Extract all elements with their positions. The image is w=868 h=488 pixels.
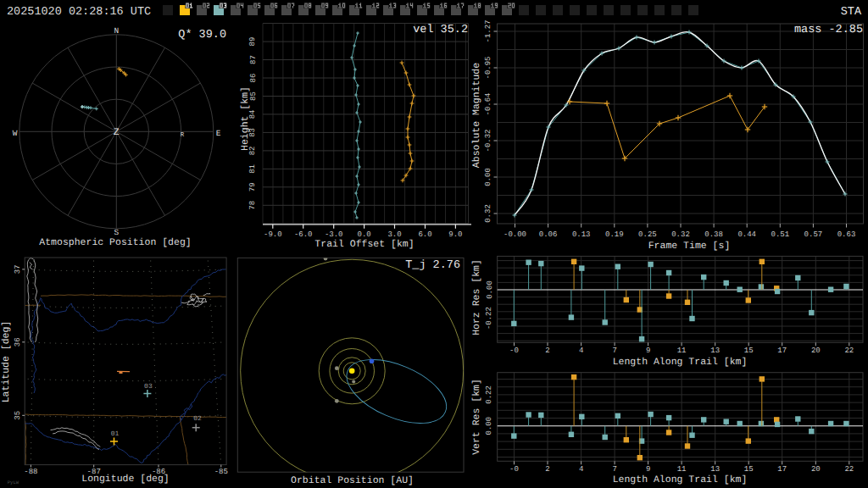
svg-text:0.25: 0.25 [638,230,657,239]
svg-text:Trail Offset [km]: Trail Offset [km] [314,239,414,250]
svg-text:0.32: 0.32 [484,204,492,223]
svg-text:4: 4 [579,465,583,474]
svg-text:7: 7 [612,465,616,474]
svg-text:35: 35 [14,411,23,420]
svg-text:-1.27: -1.27 [484,19,492,42]
svg-text:-0.22: -0.22 [486,307,494,330]
svg-text:Horz Res [km]: Horz Res [km] [471,259,482,336]
svg-text:T_j 2.76: T_j 2.76 [405,259,460,272]
svg-text:S: S [114,228,119,237]
svg-text:15: 15 [744,347,754,355]
svg-text:17: 17 [777,465,787,474]
svg-text:-0: -0 [509,347,519,355]
svg-text:Height [km]: Height [km] [240,86,251,151]
svg-text:6.0: 6.0 [418,230,431,239]
svg-text:-88: -88 [24,468,37,476]
svg-text:E: E [216,129,221,138]
svg-text:R: R [181,132,185,139]
svg-text:-0.32: -0.32 [484,129,492,152]
svg-text:0.19: 0.19 [605,230,624,239]
svg-text:20251020 02:28:16 UTC: 20251020 02:28:16 UTC [7,6,151,19]
svg-text:N: N [114,26,119,36]
svg-text:STA: STA [841,6,862,19]
svg-text:9: 9 [646,465,650,474]
svg-text:0.22: 0.22 [486,385,494,404]
svg-text:0.38: 0.38 [704,230,723,239]
svg-text:0.00: 0.00 [486,280,494,299]
svg-text:22: 22 [844,465,854,474]
svg-text:-0: -0 [509,465,519,474]
svg-text:-0.00: -0.00 [504,230,526,239]
svg-text:Length Along Trail [km]: Length Along Trail [km] [613,474,748,485]
svg-text:0.00: 0.00 [486,417,494,435]
svg-text:0.00: 0.00 [484,168,492,186]
svg-text:0.44: 0.44 [737,230,756,239]
svg-text:22: 22 [844,347,854,355]
svg-text:11: 11 [677,347,687,355]
svg-text:0.06: 0.06 [539,230,558,239]
svg-text:13: 13 [710,465,720,474]
svg-text:20: 20 [811,347,821,355]
svg-text:Orbital Position [AU]: Orbital Position [AU] [291,475,414,486]
svg-text:86: 86 [249,74,258,83]
svg-text:vel 35.2: vel 35.2 [413,24,468,36]
svg-text:20: 20 [811,465,821,474]
svg-text:9.0: 9.0 [448,230,462,239]
svg-text:mass -2.85: mass -2.85 [794,24,863,36]
svg-text:-85: -85 [214,468,228,476]
svg-text:13: 13 [710,347,720,355]
svg-text:Length Along Trail [km]: Length Along Trail [km] [613,357,748,368]
svg-text:7: 7 [612,347,616,355]
svg-text:Latitude [deg]: Latitude [deg] [1,321,12,403]
svg-text:87: 87 [249,55,258,64]
svg-text:2: 2 [545,347,549,355]
svg-text:Absolute Magnitude: Absolute Magnitude [471,63,482,168]
svg-text:PyLW: PyLW [8,480,19,485]
svg-text:17: 17 [777,347,787,355]
svg-text:79: 79 [249,182,258,191]
svg-text:0.32: 0.32 [671,230,690,239]
svg-text:81: 81 [249,164,258,174]
svg-text:Q* 39.0: Q* 39.0 [178,29,226,42]
svg-text:03: 03 [144,383,153,391]
svg-text:Longitude [deg]: Longitude [deg] [81,474,170,485]
svg-text:0.57: 0.57 [804,230,823,239]
svg-text:-0.64: -0.64 [484,92,492,115]
svg-text:-0.95: -0.95 [484,56,492,79]
svg-text:2: 2 [545,465,549,474]
svg-text:W: W [13,129,18,138]
svg-text:Frame Time [s]: Frame Time [s] [648,241,731,252]
svg-text:9: 9 [646,347,650,355]
svg-text:4: 4 [579,347,583,355]
svg-text:-6.0: -6.0 [294,230,313,239]
svg-text:36: 36 [14,337,23,347]
svg-text:0.63: 0.63 [837,230,856,239]
svg-text:89: 89 [249,37,258,47]
svg-text:0.13: 0.13 [572,230,591,239]
svg-text:37: 37 [14,264,23,274]
svg-text:0.51: 0.51 [771,230,789,239]
svg-text:Z: Z [114,127,120,138]
svg-text:Atmospheric Position [deg]: Atmospheric Position [deg] [39,237,191,248]
svg-text:78: 78 [249,201,258,210]
svg-text:-9.0: -9.0 [264,230,282,239]
svg-text:11: 11 [677,465,687,474]
svg-text:15: 15 [744,465,754,474]
svg-text:01: 01 [111,430,120,438]
svg-text:02: 02 [193,415,202,423]
svg-text:Vert Res [km]: Vert Res [km] [471,379,482,455]
